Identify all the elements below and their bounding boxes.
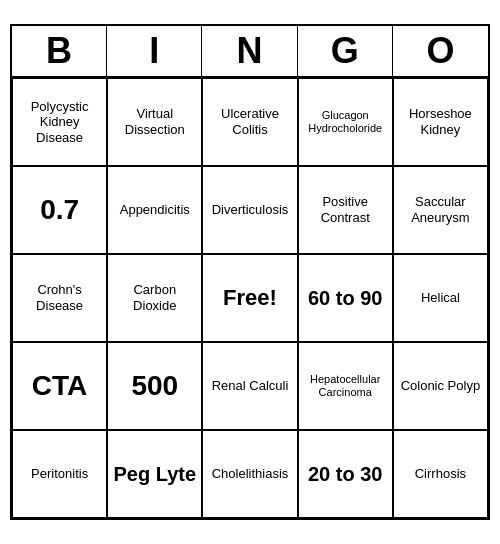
bingo-cell-17: Renal Calculi — [202, 342, 297, 430]
bingo-cell-7: Diverticulosis — [202, 166, 297, 254]
bingo-cell-2: Ulcerative Colitis — [202, 78, 297, 166]
bingo-cell-19: Colonic Polyp — [393, 342, 488, 430]
bingo-cell-3: Glucagon Hydrocholoride — [298, 78, 393, 166]
bingo-cell-13: 60 to 90 — [298, 254, 393, 342]
header-letter-b: B — [12, 26, 107, 76]
header-letter-g: G — [298, 26, 393, 76]
bingo-cell-12: Free! — [202, 254, 297, 342]
bingo-cell-9: Saccular Aneurysm — [393, 166, 488, 254]
bingo-cell-0: Polycystic Kidney Disease — [12, 78, 107, 166]
header-letter-i: I — [107, 26, 202, 76]
bingo-header: BINGO — [12, 26, 488, 78]
bingo-cell-5: 0.7 — [12, 166, 107, 254]
header-letter-o: O — [393, 26, 488, 76]
bingo-cell-23: 20 to 30 — [298, 430, 393, 518]
bingo-grid: Polycystic Kidney DiseaseVirtual Dissect… — [12, 78, 488, 518]
bingo-cell-21: Peg Lyte — [107, 430, 202, 518]
bingo-cell-18: Hepatocellular Carcinoma — [298, 342, 393, 430]
bingo-cell-15: CTA — [12, 342, 107, 430]
bingo-cell-1: Virtual Dissection — [107, 78, 202, 166]
bingo-cell-20: Peritonitis — [12, 430, 107, 518]
bingo-cell-11: Carbon Dioxide — [107, 254, 202, 342]
bingo-cell-10: Crohn's Disease — [12, 254, 107, 342]
header-letter-n: N — [202, 26, 297, 76]
bingo-cell-8: Positive Contrast — [298, 166, 393, 254]
bingo-cell-4: Horseshoe Kidney — [393, 78, 488, 166]
bingo-cell-6: Appendicitis — [107, 166, 202, 254]
bingo-cell-22: Cholelithiasis — [202, 430, 297, 518]
bingo-cell-16: 500 — [107, 342, 202, 430]
bingo-cell-24: Cirrhosis — [393, 430, 488, 518]
bingo-card: BINGO Polycystic Kidney DiseaseVirtual D… — [10, 24, 490, 520]
bingo-cell-14: Helical — [393, 254, 488, 342]
